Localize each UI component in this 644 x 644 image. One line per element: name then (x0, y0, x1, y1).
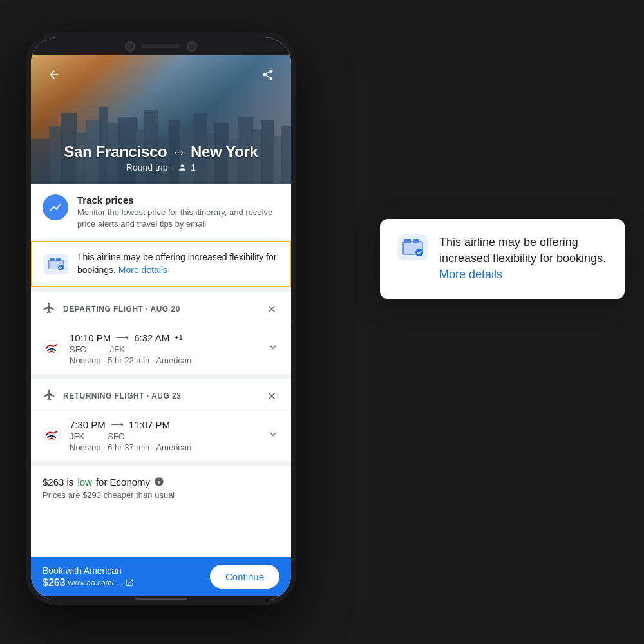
departing-expand-button[interactable] (267, 341, 279, 357)
track-prices-card[interactable]: Track prices Monitor the lowest price fo… (31, 184, 291, 241)
hero-image: San Francisco ↔ New York Round trip · 1 (31, 55, 291, 184)
returning-flight-label: RETURNING FLIGHT · AUG 23 (63, 392, 256, 401)
scene: San Francisco ↔ New York Round trip · 1 (0, 0, 644, 644)
book-title: Book with American (43, 565, 134, 576)
returning-destination: SFO (108, 431, 125, 441)
returning-time-display: 7:30 PM ⟶ 11:07 PM (70, 419, 258, 430)
phone-bottom-bar (31, 596, 291, 600)
book-price: $263 (43, 577, 66, 589)
price-section: $263 is low for Economy Prices are $293 … (31, 461, 291, 510)
return-flight-arrow-icon: ⟶ (111, 419, 124, 430)
tooltip-flexibility-icon (398, 234, 428, 260)
bottom-spacer (31, 510, 291, 523)
departing-flight-row[interactable]: 10:10 PM ⟶ 6:32 AM +1 SFO JFK Nonsto (31, 323, 291, 374)
track-prices-icon (43, 194, 68, 220)
phone-camera-bar (31, 37, 291, 55)
departing-arrival-time: 6:32 AM (134, 332, 169, 343)
flexibility-text: This airline may be offering increased f… (77, 251, 278, 276)
passenger-count: 1 (191, 162, 196, 173)
book-url: www.aa.com/ ... (68, 578, 123, 587)
next-day-badge: +1 (175, 334, 183, 341)
external-link-icon (125, 578, 134, 587)
price-low-badge: low (77, 477, 92, 488)
trip-subtitle: Round trip · 1 (31, 162, 291, 173)
flexibility-more-details-link[interactable]: More details (118, 265, 167, 275)
tooltip-more-details-link[interactable]: More details (439, 268, 502, 281)
share-button[interactable] (256, 63, 279, 86)
departing-nonstop: Nonstop · 5 hr 22 min · American (70, 355, 258, 365)
camera-lens-right (187, 41, 197, 52)
price-label: $263 is low for Economy (43, 477, 279, 488)
flight-arrow-icon: ⟶ (116, 332, 129, 343)
info-icon (154, 477, 164, 487)
bottom-booking-bar: Book with American $263 www.aa.com/ ... … (31, 557, 291, 596)
departing-origin: SFO (70, 345, 87, 354)
book-info: Book with American $263 www.aa.com/ ... (43, 565, 134, 589)
returning-flight-airports: JFK SFO (70, 431, 258, 441)
phone-content[interactable]: Track prices Monitor the lowest price fo… (31, 184, 291, 557)
returning-flight-section: RETURNING FLIGHT · AUG 23 (31, 374, 291, 461)
returning-nonstop: Nonstop · 6 hr 37 min · American (70, 442, 258, 452)
svg-rect-24 (56, 258, 61, 261)
trip-type: Round trip (126, 162, 168, 173)
camera-lens-left (125, 41, 135, 52)
route-title: San Francisco ↔ New York (31, 143, 291, 161)
track-prices-text: Track prices Monitor the lowest price fo… (77, 194, 279, 230)
track-prices-title: Track prices (77, 194, 279, 205)
flexibility-tooltip-popup: This airline may be offering increased f… (380, 219, 625, 299)
hero-title-area: San Francisco ↔ New York Round trip · 1 (31, 143, 291, 173)
returning-plane-icon (43, 388, 55, 404)
returning-times: 7:30 PM ⟶ 11:07 PM JFK SFO Nonstop · 6 h… (70, 419, 258, 452)
price-prefix: $263 is (43, 477, 73, 488)
tooltip-text: This airline may be offering increased f… (439, 234, 607, 283)
price-suffix: for Economy (96, 477, 150, 488)
departing-flight-details: SFO JFK (70, 345, 258, 354)
returning-departure-time: 7:30 PM (70, 419, 106, 430)
departing-flight-section: DEPARTING FLIGHT · AUG 20 (31, 287, 291, 374)
departing-departure-time: 10:10 PM (70, 332, 111, 343)
departing-times: 10:10 PM ⟶ 6:32 AM +1 SFO JFK Nonsto (70, 332, 258, 365)
price-sublabel: Prices are $293 cheaper than usual (43, 490, 279, 500)
svg-rect-29 (404, 239, 411, 243)
departing-flight-close[interactable] (264, 301, 279, 317)
svg-rect-30 (413, 239, 419, 243)
american-airlines-logo-departing (43, 339, 61, 357)
returning-flight-close[interactable] (264, 388, 279, 404)
returning-arrival-time: 11:07 PM (129, 419, 170, 430)
track-prices-description: Monitor the lowest price for this itiner… (77, 207, 279, 230)
departing-time-display: 10:10 PM ⟶ 6:32 AM +1 (70, 332, 258, 343)
flexibility-description: This airline may be offering increased f… (77, 252, 276, 275)
hero-nav (31, 63, 291, 86)
continue-button[interactable]: Continue (210, 565, 279, 589)
american-airlines-logo-returning (43, 426, 61, 444)
phone-frame: San Francisco ↔ New York Round trip · 1 (26, 32, 296, 605)
returning-flight-header: RETURNING FLIGHT · AUG 23 (31, 379, 291, 410)
speaker-bar (142, 44, 180, 48)
returning-origin: JFK (70, 431, 84, 441)
svg-rect-23 (50, 258, 55, 261)
flexibility-icon (44, 254, 68, 274)
book-details: $263 www.aa.com/ ... (43, 577, 134, 589)
departing-flight-header: DEPARTING FLIGHT · AUG 20 (31, 292, 291, 323)
returning-flight-row[interactable]: 7:30 PM ⟶ 11:07 PM JFK SFO Nonstop · 6 h… (31, 410, 291, 461)
phone-home-indicator (135, 598, 187, 600)
departing-destination: JFK (110, 345, 125, 354)
departing-plane-icon (43, 301, 55, 317)
returning-expand-button[interactable] (267, 428, 279, 444)
back-button[interactable] (43, 63, 66, 86)
phone-inner: San Francisco ↔ New York Round trip · 1 (31, 37, 291, 600)
departing-flight-label: DEPARTING FLIGHT · AUG 20 (63, 305, 256, 314)
flexibility-card[interactable]: This airline may be offering increased f… (31, 241, 291, 287)
tooltip-description: This airline may be offering increased f… (439, 236, 606, 265)
